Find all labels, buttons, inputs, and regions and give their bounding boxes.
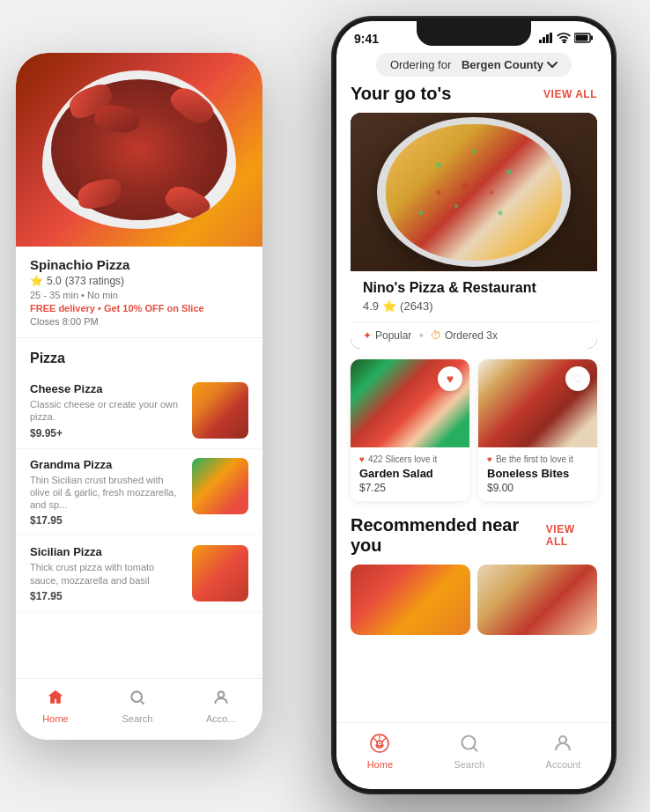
recommended-view-all[interactable]: VIEW ALL <box>546 523 597 548</box>
gotos-view-all[interactable]: VIEW ALL <box>543 88 597 100</box>
bg-cheese-pizza-info: Cheese Pizza Classic cheese or create yo… <box>30 382 183 439</box>
boneless-bites-heart-button[interactable]: ♡ <box>565 366 590 391</box>
boneless-bites-body: ♥ Be the first to love it Boneless Bites… <box>478 447 597 501</box>
ninos-star-icon: ⭐ <box>382 299 396 313</box>
main-account-icon <box>552 733 573 757</box>
love-heart-icon-2: ♥ <box>487 454 492 464</box>
main-nav-home[interactable]: Home <box>367 733 393 770</box>
bg-rating: 5.0 <box>47 275 62 287</box>
bg-min-order: No min <box>87 290 118 300</box>
garden-salad-card[interactable]: ♥ ♥ 422 Slicers love it Garden Salad $7.… <box>351 359 469 501</box>
status-time: 9:41 <box>354 32 379 46</box>
ordered-icon: ⏱ <box>431 329 441 342</box>
bg-nav-home-label: Home <box>42 713 68 724</box>
svg-rect-2 <box>539 40 542 43</box>
bg-nav-search-label: Search <box>122 713 152 724</box>
ninos-badges: ✦ Popular • ⏱ Ordered 3x <box>351 321 597 349</box>
ninos-rating: 4.9 ⭐ (2643) <box>363 299 585 313</box>
garden-salad-name: Garden Salad <box>359 467 461 480</box>
bg-grandma-pizza-name: Grandma Pizza <box>30 458 183 471</box>
popular-label: Popular <box>375 329 411 342</box>
wings-image <box>16 53 262 247</box>
main-nav-account-label: Account <box>546 759 581 770</box>
main-nav-account[interactable]: Account <box>546 733 581 770</box>
location-pill[interactable]: Ordering for Bergen County <box>376 53 572 77</box>
status-icons <box>539 33 594 45</box>
bg-bottom-nav: Home Search Acco... <box>16 678 262 740</box>
svg-point-0 <box>131 691 142 702</box>
bg-search-icon <box>129 689 146 711</box>
bg-rating-count: (373 ratings) <box>65 275 124 287</box>
svg-point-1 <box>218 691 224 698</box>
ninos-hero-image <box>351 113 597 271</box>
bg-grandma-pizza-desc: Thin Sicilian crust brushed with olive o… <box>30 474 183 512</box>
gotos-section-header: Your go to's VIEW ALL <box>351 84 597 104</box>
wifi-icon <box>557 33 571 45</box>
ninos-restaurant-card[interactable]: Nino's Pizza & Restaurant 4.9 ⭐ (2643) ✦… <box>351 113 597 349</box>
bg-sicilian-pizza-info: Sicilian Pizza Thick crust pizza with to… <box>30 545 183 602</box>
garden-salad-price: $7.25 <box>359 482 461 494</box>
ordered-badge: ⏱ Ordered 3x <box>431 329 498 342</box>
recommended-title: Recommended near you <box>351 515 546 556</box>
main-content: Your go to's VIEW ALL <box>336 84 611 746</box>
rec-image-2[interactable] <box>477 565 597 635</box>
bg-sicilian-pizza-item[interactable]: Sicilian Pizza Thick crust pizza with to… <box>16 536 262 612</box>
bg-delivery-time: 25 - 35 min <box>30 290 78 300</box>
bg-cheese-pizza-item[interactable]: Cheese Pizza Classic cheese or create yo… <box>16 373 262 449</box>
bg-grandma-pizza-price: $17.95 <box>30 514 183 527</box>
boneless-bites-image: ♡ <box>478 359 597 447</box>
boneless-bites-name: Boneless Bites <box>487 467 588 480</box>
menu-items-grid: ♥ ♥ 422 Slicers love it Garden Salad $7.… <box>351 359 597 501</box>
signal-icon <box>539 33 553 45</box>
bg-grandma-pizza-item[interactable]: Grandma Pizza Thin Sicilian crust brushe… <box>16 449 262 537</box>
battery-icon <box>574 33 594 45</box>
bg-pizza-section-title: Pizza <box>16 338 262 373</box>
wings-plate <box>42 70 236 229</box>
svg-rect-3 <box>543 37 545 43</box>
bg-sicilian-pizza-thumb <box>192 545 248 602</box>
main-bottom-nav: Home Search Account <box>336 722 611 789</box>
bg-sicilian-pizza-price: $17.95 <box>30 590 183 602</box>
bg-phone-screen: Spinachio Pizza ⭐ 5.0 (373 ratings) 25 -… <box>16 53 262 740</box>
recommended-section: Recommended near you VIEW ALL <box>351 515 597 635</box>
dropdown-chevron-icon <box>547 58 558 71</box>
ninos-name: Nino's Pizza & Restaurant <box>363 280 585 296</box>
bg-cheese-pizza-thumb <box>192 382 248 439</box>
ordering-for-label: Ordering for <box>390 58 451 71</box>
bg-separator: • <box>81 290 87 300</box>
svg-rect-9 <box>576 35 588 41</box>
svg-point-14 <box>559 736 566 743</box>
ninos-rating-count: (2643) <box>400 299 433 313</box>
main-nav-home-label: Home <box>367 759 393 770</box>
garden-salad-loves-text: 422 Slicers love it <box>368 454 437 464</box>
bg-sicilian-pizza-desc: Thick crust pizza with tomato sauce, moz… <box>30 561 183 587</box>
popular-star-icon: ✦ <box>363 329 372 342</box>
bg-home-icon <box>47 689 64 711</box>
popular-badge: ✦ Popular <box>363 329 411 342</box>
bg-rating-row: ⭐ 5.0 (373 ratings) <box>30 275 248 287</box>
location-name: Bergen County <box>462 58 543 71</box>
bg-nav-home[interactable]: Home <box>42 689 68 724</box>
ordered-label: Ordered 3x <box>445 329 498 342</box>
main-phone-screen: 9:41 <box>336 21 611 789</box>
svg-point-6 <box>564 41 565 43</box>
pizza-toppings <box>386 124 562 261</box>
bg-nav-search[interactable]: Search <box>122 689 152 724</box>
love-heart-icon: ♥ <box>359 454 365 464</box>
bg-star-icon: ⭐ <box>30 275 43 287</box>
main-search-icon <box>459 733 480 757</box>
recommended-section-header: Recommended near you VIEW ALL <box>351 515 597 556</box>
gotos-section-title: Your go to's <box>351 84 451 104</box>
heart-empty-icon: ♡ <box>572 372 584 386</box>
main-nav-search[interactable]: Search <box>454 733 484 770</box>
bg-nav-account[interactable]: Acco... <box>206 689 236 724</box>
ninos-info: Nino's Pizza & Restaurant 4.9 ⭐ (2643) <box>351 271 597 321</box>
garden-salad-heart-button[interactable]: ♥ <box>438 366 462 391</box>
ninos-rating-value: 4.9 <box>363 299 379 313</box>
rec-image-1[interactable] <box>351 565 470 635</box>
bg-grandma-pizza-thumb <box>192 458 248 514</box>
main-home-icon <box>369 733 390 757</box>
bg-restaurant-card: Spinachio Pizza ⭐ 5.0 (373 ratings) 25 -… <box>16 247 262 338</box>
boneless-bites-card[interactable]: ♡ ♥ Be the first to love it Boneless Bit… <box>478 359 597 501</box>
pizza-plate <box>377 117 571 267</box>
